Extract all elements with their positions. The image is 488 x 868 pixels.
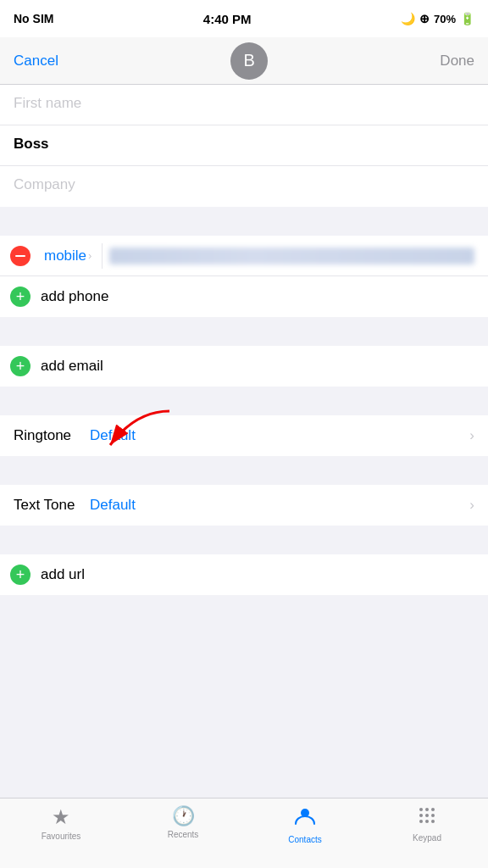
company-placeholder: Company — [14, 176, 75, 192]
name-section: First name Boss Company — [0, 85, 488, 207]
ringtone-container: Ringtone Default › — [0, 415, 488, 456]
gap-5 — [0, 526, 488, 554]
tab-bar-spacer — [0, 595, 488, 680]
cancel-button[interactable]: Cancel — [14, 53, 58, 70]
favourites-label: Favourites — [42, 832, 81, 841]
svg-point-10 — [431, 820, 435, 823]
svg-point-3 — [425, 808, 429, 811]
add-phone-label: add phone — [41, 288, 108, 305]
time-label: 4:40 PM — [203, 12, 252, 26]
tab-keypad[interactable]: Keypad — [366, 805, 488, 843]
text-tone-value: Default — [90, 497, 469, 514]
svg-point-4 — [431, 808, 435, 811]
last-name-field[interactable]: Boss — [0, 125, 488, 166]
wifi-icon: ⊕ — [419, 12, 430, 25]
url-section: + add url — [0, 554, 488, 595]
phone-type-label[interactable]: mobile › — [41, 248, 95, 264]
recents-label: Recents — [168, 830, 199, 839]
svg-point-6 — [425, 814, 429, 817]
svg-point-7 — [431, 814, 435, 817]
remove-circle-icon — [10, 246, 30, 266]
text-tone-section: Text Tone Default › — [0, 485, 488, 526]
ringtone-value: Default — [90, 427, 469, 444]
moon-icon: 🌙 — [401, 12, 415, 25]
text-tone-row[interactable]: Text Tone Default › — [0, 485, 488, 526]
remove-phone-button[interactable] — [0, 236, 41, 276]
keypad-icon — [417, 805, 437, 831]
contacts-label: Contacts — [288, 835, 321, 844]
add-phone-icon: + — [10, 287, 30, 307]
phone-divider — [102, 243, 103, 269]
svg-point-9 — [425, 820, 429, 823]
svg-point-5 — [419, 814, 423, 817]
svg-point-2 — [419, 808, 423, 811]
company-field[interactable]: Company — [0, 166, 488, 207]
nav-bar: Cancel B Done — [0, 37, 488, 85]
add-url-icon: + — [10, 565, 30, 585]
battery-icon: 🔋 — [460, 12, 474, 25]
first-name-field[interactable]: First name — [0, 85, 488, 125]
last-name-value: Boss — [14, 136, 49, 152]
add-phone-row[interactable]: + add phone — [0, 276, 488, 317]
status-right: 🌙 ⊕ 70% 🔋 — [401, 12, 474, 25]
add-url-label: add url — [41, 566, 85, 583]
ringtone-label: Ringtone — [14, 427, 90, 444]
add-email-row[interactable]: + add email — [0, 346, 488, 387]
avatar: B — [230, 42, 268, 80]
first-name-placeholder: First name — [14, 95, 81, 111]
contacts-icon — [294, 805, 316, 832]
tab-bar: ★ Favourites 🕐 Recents Contacts — [0, 798, 488, 868]
gap-2 — [0, 317, 488, 346]
svg-point-8 — [419, 820, 423, 823]
gap-3 — [0, 387, 488, 415]
tab-favourites[interactable]: ★ Favourites — [0, 805, 122, 841]
text-tone-chevron: › — [469, 497, 474, 514]
email-section: + add email — [0, 346, 488, 387]
tab-recents[interactable]: 🕐 Recents — [122, 805, 244, 839]
add-url-row[interactable]: + add url — [0, 554, 488, 595]
ringtone-chevron: › — [469, 427, 474, 444]
add-email-icon: + — [10, 356, 30, 376]
gap-1 — [0, 207, 488, 236]
phone-section: mobile › + add phone — [0, 236, 488, 317]
phone-number-field[interactable] — [109, 248, 474, 264]
keypad-label: Keypad — [413, 833, 441, 843]
text-tone-label: Text Tone — [14, 497, 90, 514]
battery-label: 70% — [434, 13, 456, 25]
status-bar: No SIM 4:40 PM 🌙 ⊕ 70% 🔋 — [0, 0, 488, 37]
phone-row[interactable]: mobile › — [0, 236, 488, 276]
ringtone-row[interactable]: Ringtone Default › — [0, 415, 488, 456]
add-email-label: add email — [41, 358, 103, 375]
gap-4 — [0, 456, 488, 485]
ringtone-section: Ringtone Default › — [0, 415, 488, 456]
phone-type-chevron: › — [88, 249, 92, 262]
tab-contacts[interactable]: Contacts — [244, 805, 366, 844]
recents-icon: 🕐 — [172, 805, 195, 827]
done-button[interactable]: Done — [440, 53, 474, 70]
carrier-label: No SIM — [14, 12, 53, 25]
favourites-icon: ★ — [52, 805, 70, 829]
